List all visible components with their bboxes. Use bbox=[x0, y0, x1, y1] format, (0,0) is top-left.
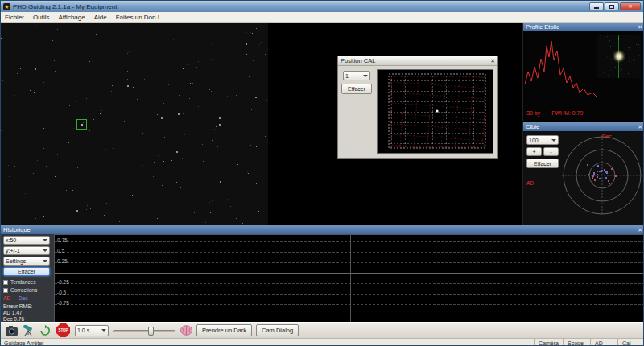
target-zoom-value: 100 bbox=[529, 138, 539, 143]
target-zoom-in-button[interactable]: + bbox=[526, 147, 542, 156]
status-scope: Scope bbox=[563, 339, 590, 346]
gamma-slider[interactable] bbox=[113, 325, 175, 336]
y-axis-label: 0.5 bbox=[57, 248, 64, 253]
chevron-down-icon bbox=[43, 239, 47, 241]
history-close-icon[interactable]: ✕ bbox=[638, 227, 642, 233]
cal-position-plot bbox=[377, 69, 493, 154]
star-profile-titlebar[interactable]: Profile Etoile ✕ bbox=[523, 23, 644, 31]
main-area: Position CAL ✕ 1 Effacer bbox=[1, 23, 644, 225]
y-axis-label: -0.75 bbox=[57, 300, 69, 306]
telescope-icon[interactable] bbox=[22, 324, 35, 337]
cal-clear-button[interactable]: Effacer bbox=[341, 84, 372, 94]
target-scatter bbox=[559, 133, 644, 218]
legend-dec: Dec bbox=[19, 295, 28, 301]
history-controls: x:50 y:+/-1 Settings Effacer Tendances C… bbox=[1, 234, 54, 322]
window-title: PHD Guiding 2.1.1a - My Equipment bbox=[13, 3, 117, 10]
target-title: Cible bbox=[526, 123, 539, 130]
loop-icon[interactable] bbox=[39, 324, 52, 337]
status-camera: Caméra bbox=[534, 339, 563, 346]
y-axis-label: 0.75 bbox=[57, 237, 68, 243]
status-bar: Guidage Arrêter Caméra Scope AD Cal bbox=[1, 338, 644, 346]
cam-dialog-button[interactable]: Cam Dialog bbox=[256, 324, 299, 336]
exposure-value: 1.0 s bbox=[77, 327, 89, 333]
history-yscale-value: y:+/-1 bbox=[6, 248, 20, 253]
take-dark-button[interactable]: Prendre un Dark bbox=[196, 324, 252, 336]
trends-label: Tendances bbox=[10, 279, 35, 285]
cal-step-value: 1 bbox=[345, 73, 349, 79]
close-button[interactable]: ✕ bbox=[620, 2, 641, 10]
star-profile-title: Profile Etoile bbox=[526, 23, 559, 31]
star-glow bbox=[613, 50, 625, 63]
corrections-checkbox[interactable] bbox=[3, 288, 8, 293]
cal-grid bbox=[378, 70, 493, 153]
app-icon: ★ bbox=[3, 3, 10, 10]
menu-outils[interactable]: Outils bbox=[33, 14, 49, 21]
history-yscale-select[interactable]: y:+/-1 bbox=[3, 246, 50, 255]
y-axis-label: -0.25 bbox=[57, 279, 69, 285]
fwhm-label: FWHM: 0.79 bbox=[551, 110, 583, 116]
brain-icon[interactable] bbox=[180, 324, 192, 337]
target-panel: Cible ✕ 100 + - Effacer Dec AD bbox=[522, 122, 644, 225]
camera-icon[interactable] bbox=[5, 324, 18, 337]
menu-fichier[interactable]: Fichier bbox=[5, 14, 24, 21]
chevron-down-icon bbox=[363, 75, 368, 77]
stop-button[interactable]: STOP bbox=[56, 323, 71, 337]
chevron-down-icon bbox=[43, 249, 47, 252]
star-profile-curve bbox=[525, 35, 597, 102]
history-titlebar[interactable]: Historique ✕ bbox=[1, 225, 644, 234]
chevron-down-icon bbox=[43, 260, 47, 262]
target-zoom-select[interactable]: 100 bbox=[526, 135, 559, 145]
target-zoom-out-button[interactable]: - bbox=[543, 147, 559, 156]
title-bar: ★ PHD Guiding 2.1.1a - My Equipment ✕ bbox=[1, 1, 643, 12]
history-panel: Historique ✕ x:50 y:+/-1 Settings Efface… bbox=[1, 225, 644, 322]
history-settings-select[interactable]: Settings bbox=[3, 257, 50, 266]
chevron-down-icon bbox=[551, 139, 556, 142]
menu-don[interactable]: Faites un Don ! bbox=[116, 14, 159, 21]
cal-step-select[interactable]: 1 bbox=[343, 71, 370, 80]
history-settings-value: Settings bbox=[6, 258, 26, 264]
target-titlebar[interactable]: Cible ✕ bbox=[523, 122, 644, 131]
toolbar: STOP 1.0 s Prendre un Dark Cam Dialog bbox=[1, 322, 644, 338]
minimize-button[interactable] bbox=[589, 2, 604, 10]
y-axis-label: 0.25 bbox=[57, 258, 68, 264]
star-profile-panel: Profile Etoile ✕ 30 by FWHM: 0.79 bbox=[522, 23, 644, 121]
status-ad: AD bbox=[590, 339, 617, 346]
stop-label: STOP bbox=[58, 328, 68, 332]
cal-dialog-close-icon[interactable]: ✕ bbox=[490, 58, 495, 64]
gridline-vertical bbox=[350, 235, 351, 322]
target-ad-axis-label: AD bbox=[526, 180, 534, 186]
history-graph: 0.75 0.5 0.25 -0.25 -0.5 -0.75 bbox=[54, 234, 644, 322]
legend-ad: AD bbox=[3, 295, 10, 301]
chevron-down-icon bbox=[101, 329, 106, 332]
corrections-label: Corrections bbox=[10, 287, 37, 293]
slider-thumb[interactable] bbox=[148, 327, 154, 336]
history-clear-button[interactable]: Effacer bbox=[3, 267, 50, 276]
rms-title: Erreur RMS: bbox=[3, 303, 54, 310]
y-axis-label: -0.5 bbox=[57, 290, 66, 295]
trends-checkbox[interactable] bbox=[3, 280, 8, 285]
history-xscale-select[interactable]: x:50 bbox=[3, 236, 50, 245]
camera-frame[interactable] bbox=[1, 23, 268, 225]
star-selection-box bbox=[76, 119, 87, 130]
star-profile-body: 30 by FWHM: 0.79 bbox=[523, 31, 644, 121]
star-size-label: 30 by bbox=[526, 110, 540, 116]
target-dec-axis-label: Dec bbox=[602, 134, 612, 139]
phd-guiding-window: ★ PHD Guiding 2.1.1a - My Equipment ✕ Fi… bbox=[0, 0, 644, 346]
cal-position-dialog[interactable]: Position CAL ✕ 1 Effacer bbox=[337, 56, 498, 159]
rms-ad: AD 1.47 bbox=[3, 310, 54, 316]
slider-track bbox=[113, 330, 175, 332]
target-close-icon[interactable]: ✕ bbox=[638, 124, 642, 130]
status-cal: Cal bbox=[617, 339, 644, 346]
star-thumbnail bbox=[597, 35, 641, 78]
target-clear-button[interactable]: Effacer bbox=[526, 159, 559, 168]
menu-aide[interactable]: Aide bbox=[94, 14, 107, 21]
menu-bar: Fichier Outils Affichage Aide Faites un … bbox=[1, 12, 643, 23]
menu-affichage[interactable]: Affichage bbox=[58, 14, 85, 21]
history-title: Historique bbox=[3, 226, 31, 233]
star-profile-close-icon[interactable]: ✕ bbox=[638, 24, 642, 30]
cal-dialog-titlebar[interactable]: Position CAL ✕ bbox=[338, 56, 497, 66]
exposure-select[interactable]: 1.0 s bbox=[75, 325, 109, 336]
history-xscale-value: x:50 bbox=[6, 237, 16, 243]
cal-dialog-title: Position CAL bbox=[341, 57, 375, 64]
maximize-button[interactable] bbox=[605, 2, 619, 10]
